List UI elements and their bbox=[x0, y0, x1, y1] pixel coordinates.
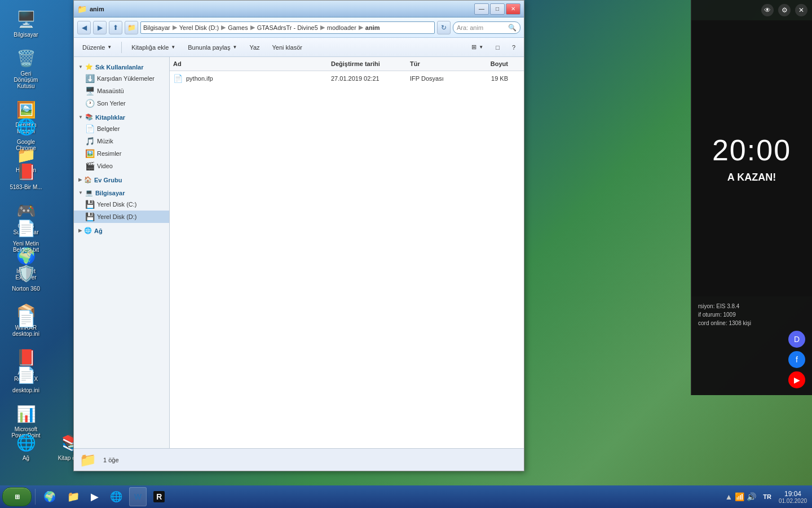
desktop-icon-yeni-metin[interactable]: 📄 Yeni Metin Belgesi.txt bbox=[6, 214, 46, 255]
search-placeholder: Ara: anim bbox=[457, 24, 508, 31]
forward-button[interactable]: ▶ bbox=[93, 21, 107, 34]
taskbar-explorer[interactable]: 📁 bbox=[63, 487, 84, 506]
desktop-icon-desktop-ini2[interactable]: 📄 desktop.ini bbox=[6, 361, 46, 396]
nav-item-disk-d[interactable]: 💾 Yerel Disk (D:) bbox=[74, 211, 169, 223]
minimize-button[interactable]: — bbox=[474, 3, 489, 15]
refresh-button[interactable]: ↻ bbox=[437, 21, 451, 34]
discord-button[interactable]: D bbox=[788, 331, 805, 348]
toolbar: Düzenle ▼ Kitaplığa ekle ▼ Bununla payla… bbox=[74, 38, 524, 57]
nav-section-homegroup: ▶ 🏠 Ev Grubu bbox=[74, 174, 169, 185]
recent-label: Son Yerler bbox=[97, 100, 126, 107]
explorer-window: 📁 anim — □ ✕ ◀ ▶ ⬆ 📁 Bilgisayar ▶ Yerel … bbox=[73, 0, 524, 471]
r-taskbar-icon: R bbox=[153, 491, 165, 502]
clock-time: 19:04 bbox=[784, 490, 801, 498]
desktop-icon-ag[interactable]: 🌐 Ağ bbox=[6, 429, 46, 463]
nav-header-homegroup[interactable]: ▶ 🏠 Ev Grubu bbox=[74, 174, 169, 185]
desktop-icon-norton[interactable]: 🛡️ Norton 360 bbox=[6, 260, 46, 294]
network-header-icon: 🌐 bbox=[84, 227, 92, 234]
file-type-cell: IFP Dosyası bbox=[407, 74, 474, 83]
nav-item-video[interactable]: 🎬 Video bbox=[74, 160, 169, 172]
facebook-button[interactable]: f bbox=[788, 351, 805, 368]
nav-item-resimler[interactable]: 🖼️ Resimler bbox=[74, 147, 169, 160]
status-bar: 📁 1 öğe bbox=[74, 448, 524, 471]
desktop-icon-chrome[interactable]: 🌐 Google Chrome bbox=[6, 113, 46, 154]
yeni-metin-label: Yeni Metin Belgesi.txt bbox=[8, 240, 44, 253]
widget-tagline: A KAZAN! bbox=[727, 172, 776, 183]
taskbar-r[interactable]: R bbox=[149, 487, 169, 506]
folder-icon-nav: 📁 bbox=[125, 21, 138, 34]
preview-button[interactable]: □ bbox=[491, 40, 505, 55]
language-indicator[interactable]: TR bbox=[763, 493, 771, 500]
burn-button[interactable]: Yaz bbox=[244, 40, 264, 55]
address-path[interactable]: Bilgisayar ▶ Yerel Disk (D:) ▶ Games ▶ G… bbox=[140, 21, 435, 34]
ag-label: Ağ bbox=[23, 455, 29, 461]
up-button[interactable]: ⬆ bbox=[109, 21, 122, 34]
right-widget: 👁 ⚙ ✕ 20:00 A KAZAN! rsiyon: EIS 3.8.4 i… bbox=[691, 0, 812, 395]
libraries-header-label: Kitaplıklar bbox=[95, 114, 125, 121]
network-tray-icon[interactable]: 📶 bbox=[735, 492, 744, 501]
taskbar-ie[interactable]: 🌍 bbox=[39, 487, 60, 506]
title-bar-buttons: — □ ✕ bbox=[474, 3, 520, 15]
back-button[interactable]: ◀ bbox=[77, 21, 91, 34]
nav-item-belgeler[interactable]: 📄 Belgeler bbox=[74, 122, 169, 135]
tray-icon-1[interactable]: ▲ bbox=[725, 492, 732, 501]
desktop-icon-geri-donus[interactable]: 🗑️ Geri Dönüşüm Kutusu bbox=[6, 45, 46, 91]
disk-c-icon: 💾 bbox=[85, 200, 95, 209]
organize-button[interactable]: Düzenle ▼ bbox=[77, 40, 117, 55]
clock-area[interactable]: 19:04 01.02.2020 bbox=[776, 490, 810, 504]
explorer-taskbar-icon: 📁 bbox=[67, 491, 80, 503]
taskbar-chrome[interactable]: 🌐 bbox=[105, 487, 127, 506]
col-header-size[interactable]: Boyut bbox=[474, 59, 519, 68]
col-header-type[interactable]: Tür bbox=[407, 59, 474, 68]
widget-close-button[interactable]: ✕ bbox=[795, 4, 807, 16]
libraries-header-icon: 📚 bbox=[85, 113, 93, 121]
ie-taskbar-icon: 🌍 bbox=[43, 491, 56, 503]
nav-item-disk-c[interactable]: 💾 Yerel Disk (C:) bbox=[74, 198, 169, 211]
norton-icon: 🛡️ bbox=[15, 262, 37, 284]
nav-header-network[interactable]: ▶ 🌐 Ağ bbox=[74, 225, 169, 236]
title-bar-text: anim bbox=[90, 6, 474, 12]
start-button[interactable]: ⊞ bbox=[2, 487, 32, 506]
new-folder-button[interactable]: Yeni klasör bbox=[267, 40, 307, 55]
media-taskbar-icon: ▶ bbox=[91, 491, 99, 503]
desktop-icon-adobe[interactable]: 📕 5183-Bir M... bbox=[6, 158, 46, 192]
widget-settings-button[interactable]: ⚙ bbox=[778, 4, 791, 16]
desktop-icon-desktop-ini[interactable]: 📄 desktop.ini bbox=[6, 305, 46, 339]
maximize-button[interactable]: □ bbox=[490, 3, 505, 15]
help-button[interactable]: ? bbox=[507, 40, 520, 55]
desktop-icon-bilgisayar[interactable]: 🖥️ Bilgisayar bbox=[6, 6, 46, 40]
nav-header-favorites[interactable]: ▼ ⭐ Sık Kullanılanlar bbox=[74, 62, 169, 72]
views-button[interactable]: ⊞ ▼ bbox=[466, 40, 488, 55]
volume-tray-icon[interactable]: 🔊 bbox=[747, 492, 756, 501]
desktop-nav-label: Masaüstü bbox=[97, 87, 124, 94]
network-header-label: Ağ bbox=[94, 227, 103, 234]
add-library-button[interactable]: Kitaplığa ekle ▼ bbox=[126, 40, 180, 55]
nav-header-libraries[interactable]: ▼ 📚 Kitaplıklar bbox=[74, 112, 169, 122]
belgeler-icon: 📄 bbox=[85, 124, 95, 133]
nav-item-recent[interactable]: 🕐 Son Yerler bbox=[74, 97, 169, 110]
muzik-label: Müzik bbox=[97, 138, 113, 144]
video-label: Video bbox=[97, 163, 113, 169]
search-box[interactable]: Ara: anim 🔍 bbox=[453, 21, 520, 34]
belgeler-label: Belgeler bbox=[97, 125, 120, 132]
taskbar-separator bbox=[35, 489, 36, 505]
tray-area: ▲ 📶 🔊 bbox=[722, 492, 758, 501]
nav-header-computer[interactable]: ▼ 💻 Bilgisayar bbox=[74, 187, 169, 198]
col-header-date[interactable]: Değiştirme tarihi bbox=[328, 59, 407, 68]
close-button[interactable]: ✕ bbox=[506, 3, 520, 15]
nav-item-downloads[interactable]: ⬇️ Karşıdan Yüklemeler bbox=[74, 72, 169, 85]
social-icons: D f ▶ bbox=[698, 331, 805, 388]
nav-item-desktop[interactable]: 🖥️ Masaüstü bbox=[74, 85, 169, 97]
nav-item-muzik[interactable]: 🎵 Müzik bbox=[74, 135, 169, 147]
bilgisayar-icon: 🖥️ bbox=[15, 8, 37, 30]
taskbar-media[interactable]: ▶ bbox=[86, 487, 103, 506]
share-button[interactable]: Bununla paylaş ▼ bbox=[183, 40, 242, 55]
youtube-button[interactable]: ▶ bbox=[788, 371, 805, 388]
file-size-cell: 19 KB bbox=[474, 74, 519, 83]
widget-eye-button[interactable]: 👁 bbox=[761, 4, 774, 16]
nav-section-computer: ▼ 💻 Bilgisayar 💾 Yerel Disk (C:) 💾 Yerel… bbox=[74, 187, 169, 223]
nav-section-network: ▶ 🌐 Ağ bbox=[74, 225, 169, 236]
col-header-name[interactable]: Ad bbox=[170, 59, 328, 68]
table-row[interactable]: 📄 python.ifp 27.01.2019 02:21 IFP Dosyas… bbox=[170, 71, 524, 86]
taskbar-word[interactable]: W bbox=[129, 487, 147, 506]
